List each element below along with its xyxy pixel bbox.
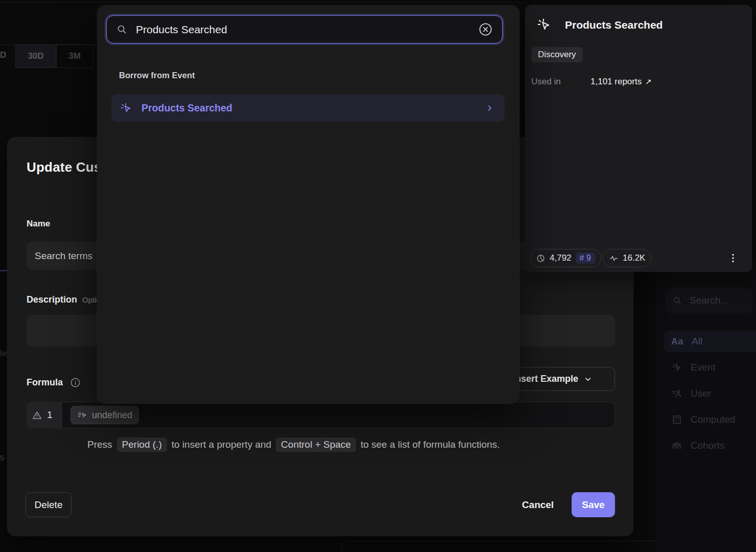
kbd-control-space: Control + Space <box>276 438 356 452</box>
filter-sidebar: Aa All Event User Computed Cohorts <box>656 262 756 552</box>
clear-search-icon[interactable] <box>478 22 493 37</box>
text-type-icon: Aa <box>671 336 683 347</box>
sidebar-item-label: Computed <box>691 414 736 425</box>
time-range-3m-button[interactable]: 3M <box>56 44 93 68</box>
sidebar-item-all[interactable]: Aa All <box>664 331 756 352</box>
hint-middle: to insert a property and <box>172 439 271 450</box>
event-rank-chip: # 9 <box>576 252 595 264</box>
activity-pulse-icon <box>609 254 619 263</box>
sidebar-item-label: Cohorts <box>691 440 725 451</box>
custom-event-icon <box>77 410 87 420</box>
warning-icon <box>32 410 42 421</box>
pie-chart-icon <box>536 254 546 263</box>
delete-label: Delete <box>35 499 63 511</box>
more-options-kebab-icon[interactable] <box>727 251 739 265</box>
used-in-reports-link[interactable]: 1,101 reports ↗ <box>590 77 652 87</box>
formula-label: Formula <box>27 377 63 388</box>
search-icon <box>672 295 682 306</box>
app-root: D 30D 3M lay 5 Aa All Event User <box>0 0 756 552</box>
calculator-icon <box>671 414 682 425</box>
event-result-label: Products Searched <box>141 102 485 114</box>
info-icon[interactable] <box>69 377 81 388</box>
sidebar-item-label: User <box>691 388 711 399</box>
event-cursor-icon <box>671 362 682 373</box>
event-result-row[interactable]: Products Searched <box>111 94 505 122</box>
user-icon <box>671 388 682 399</box>
chevron-right-icon <box>485 103 494 113</box>
formula-token-label: undefined <box>92 410 132 421</box>
formula-token-chip[interactable]: undefined <box>70 406 139 424</box>
save-button[interactable]: Save <box>572 492 615 517</box>
used-in-value: 1,101 reports <box>590 77 642 87</box>
sidebar-item-user[interactable]: User <box>664 383 756 404</box>
event-cursor-icon <box>120 102 132 114</box>
event-search-dropdown: Borrow from Event Products Searched <box>97 5 519 404</box>
event-search-input[interactable] <box>135 23 471 36</box>
sidebar-search-input[interactable] <box>689 294 742 307</box>
hint-end: to see a list of formula functions. <box>361 439 500 450</box>
event-search-field[interactable] <box>106 15 503 43</box>
event-count-value: 4,792 <box>550 253 572 263</box>
sidebar-item-computed[interactable]: Computed <box>664 409 756 430</box>
event-volume-value: 16.2K <box>623 253 645 263</box>
time-range-partial-button[interactable]: D <box>0 50 6 60</box>
cancel-button[interactable]: Cancel <box>512 492 563 517</box>
category-badge: Discovery <box>531 47 583 62</box>
formula-hint: Press Period (.) to insert a property an… <box>87 438 500 452</box>
formula-warning-indicator: 1 <box>27 402 62 428</box>
bg-dashed-line-top <box>0 2 521 3</box>
used-in-label: Used in <box>531 77 561 87</box>
sidebar-item-event[interactable]: Event <box>664 357 756 378</box>
sidebar-search-field[interactable] <box>665 288 753 313</box>
chevron-down-icon <box>583 375 593 384</box>
bg-chart-fragment <box>0 270 7 271</box>
bg-axis-fragment: 5 <box>0 454 4 462</box>
search-icon <box>116 24 128 35</box>
sidebar-item-cohorts[interactable]: Cohorts <box>664 435 756 456</box>
borrow-from-event-label: Borrow from Event <box>119 71 195 80</box>
event-volume-pill[interactable]: 16.2K <box>603 249 651 267</box>
cohorts-icon <box>671 440 682 451</box>
event-cursor-icon <box>536 17 552 33</box>
sidebar-item-label: Event <box>691 362 716 373</box>
delete-button[interactable]: Delete <box>26 492 72 517</box>
time-range-30d-button[interactable]: 30D <box>15 44 56 68</box>
name-label: Name <box>27 219 50 229</box>
event-details-card: Products Searched Discovery Used in 1,10… <box>525 5 752 272</box>
sidebar-item-label: All <box>692 336 702 347</box>
card-title: Products Searched <box>565 19 663 31</box>
warning-count: 1 <box>47 409 53 421</box>
hint-press: Press <box>87 439 112 450</box>
formula-input[interactable]: undefined <box>62 402 615 428</box>
description-label: Description <box>27 294 77 305</box>
event-count-pill[interactable]: 4,792 # 9 <box>530 249 601 267</box>
cancel-label: Cancel <box>522 499 554 511</box>
save-label: Save <box>582 499 604 511</box>
kbd-period: Period (.) <box>117 438 167 452</box>
formula-label-row: Formula <box>27 377 81 388</box>
insert-example-label: Insert Example <box>513 374 578 384</box>
external-link-icon: ↗ <box>645 77 652 86</box>
